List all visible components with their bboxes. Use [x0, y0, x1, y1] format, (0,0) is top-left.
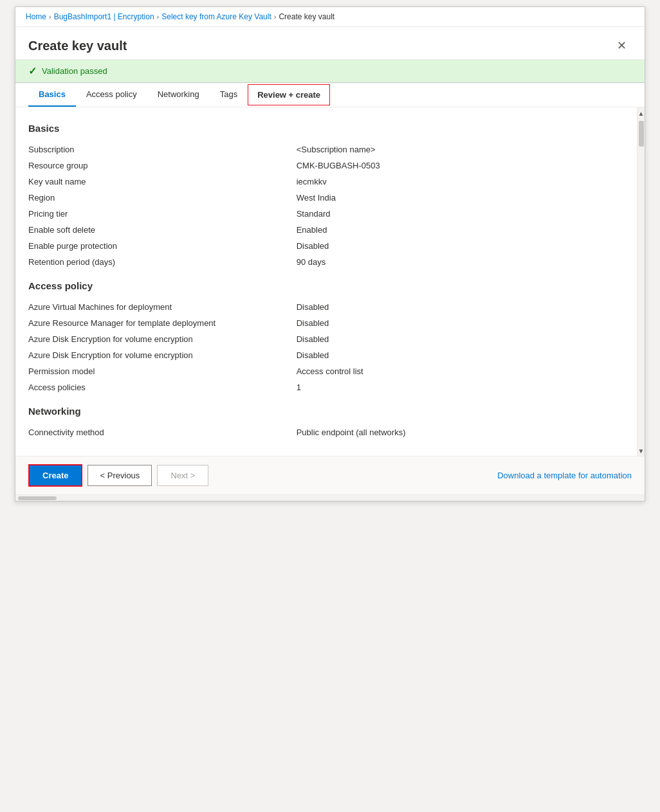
breadcrumb-sep-2: ›: [157, 13, 160, 21]
table-row: Azure Resource Manager for template depl…: [28, 315, 624, 331]
basics-table: Subscription <Subscription name> Resourc…: [28, 141, 624, 270]
dialog-title: Create key vault: [28, 39, 127, 53]
label-permission-model: Permission model: [28, 363, 297, 379]
tab-networking[interactable]: Networking: [147, 83, 210, 107]
validation-text: Validation passed: [42, 66, 107, 76]
tab-basics[interactable]: Basics: [28, 83, 76, 107]
label-vm-deployment: Azure Virtual Machines for deployment: [28, 299, 297, 315]
value-access-policies: 1: [297, 379, 624, 395]
label-key-vault-name: Key vault name: [28, 174, 297, 190]
label-retention-period: Retention period (days): [28, 254, 297, 270]
table-row: Azure Disk Encryption for volume encrypt…: [28, 347, 624, 363]
value-purge-protection: Disabled: [297, 238, 624, 254]
label-soft-delete: Enable soft delete: [28, 222, 297, 238]
label-access-policies: Access policies: [28, 379, 297, 395]
main-content: Basics Subscription <Subscription name> …: [15, 107, 637, 456]
table-row: Enable soft delete Enabled: [28, 222, 624, 238]
value-key-vault-name: iecmkkv: [297, 174, 624, 190]
section-networking-title: Networking: [28, 406, 624, 417]
label-connectivity: Connectivity method: [28, 424, 297, 440]
breadcrumb-home[interactable]: Home: [26, 12, 46, 21]
value-vm-deployment: Disabled: [297, 299, 624, 315]
tabs-container: Basics Access policy Networking Tags Rev…: [15, 83, 645, 107]
download-template-link[interactable]: Download a template for automation: [497, 471, 632, 480]
value-subscription: <Subscription name>: [297, 141, 624, 158]
value-disk-encryption-2: Disabled: [297, 347, 624, 363]
value-region: West India: [297, 190, 624, 206]
table-row: Retention period (days) 90 days: [28, 254, 624, 270]
validation-check-icon: ✓: [28, 65, 37, 77]
breadcrumb-sep-1: ›: [49, 13, 51, 21]
horizontal-scroll-thumb[interactable]: [18, 496, 57, 500]
next-button: Next >: [157, 465, 208, 486]
table-row: Azure Disk Encryption for volume encrypt…: [28, 331, 624, 347]
table-row: Azure Virtual Machines for deployment Di…: [28, 299, 624, 315]
scroll-thumb[interactable]: [639, 121, 644, 147]
table-row: Region West India: [28, 190, 624, 206]
horizontal-scrollbar[interactable]: [15, 494, 645, 501]
breadcrumb-encryption[interactable]: BugBashImport1 | Encryption: [54, 12, 154, 21]
section-access-policy-title: Access policy: [28, 280, 624, 291]
table-row: Connectivity method Public endpoint (all…: [28, 424, 624, 440]
breadcrumb: Home › BugBashImport1 | Encryption › Sel…: [15, 7, 645, 27]
previous-button[interactable]: < Previous: [87, 465, 152, 486]
breadcrumb-current: Create key vault: [279, 12, 335, 21]
label-arm-template: Azure Resource Manager for template depl…: [28, 315, 297, 331]
content-wrapper: Basics Subscription <Subscription name> …: [15, 107, 645, 456]
label-pricing-tier: Pricing tier: [28, 206, 297, 222]
access-policy-table: Azure Virtual Machines for deployment Di…: [28, 299, 624, 395]
label-resource-group: Resource group: [28, 158, 297, 174]
table-row: Enable purge protection Disabled: [28, 238, 624, 254]
dialog-header: Create key vault ✕: [15, 27, 645, 60]
label-purge-protection: Enable purge protection: [28, 238, 297, 254]
table-row: Permission model Access control list: [28, 363, 624, 379]
dialog: Home › BugBashImport1 | Encryption › Sel…: [15, 6, 645, 501]
value-arm-template: Disabled: [297, 315, 624, 331]
value-retention-period: 90 days: [297, 254, 624, 270]
value-disk-encryption-1: Disabled: [297, 331, 624, 347]
value-resource-group: CMK-BUGBASH-0503: [297, 158, 624, 174]
table-row: Key vault name iecmkkv: [28, 174, 624, 190]
table-row: Subscription <Subscription name>: [28, 141, 624, 158]
table-row: Resource group CMK-BUGBASH-0503: [28, 158, 624, 174]
create-button[interactable]: Create: [28, 464, 82, 487]
section-basics-title: Basics: [28, 123, 624, 134]
value-permission-model: Access control list: [297, 363, 624, 379]
scroll-arrow-down[interactable]: ▼: [637, 446, 646, 456]
label-subscription: Subscription: [28, 141, 297, 158]
tab-tags[interactable]: Tags: [210, 83, 248, 107]
scroll-arrow-up[interactable]: ▲: [637, 109, 646, 118]
breadcrumb-select-key[interactable]: Select key from Azure Key Vault: [161, 12, 271, 21]
close-button[interactable]: ✕: [612, 37, 632, 54]
label-disk-encryption-2: Azure Disk Encryption for volume encrypt…: [28, 347, 297, 363]
label-disk-encryption-1: Azure Disk Encryption for volume encrypt…: [28, 331, 297, 347]
footer: Create < Previous Next > Download a temp…: [15, 456, 645, 494]
vertical-scrollbar[interactable]: ▲ ▼: [637, 107, 645, 456]
breadcrumb-sep-3: ›: [274, 13, 277, 21]
tab-review-create[interactable]: Review + create: [248, 84, 330, 105]
table-row: Access policies 1: [28, 379, 624, 395]
value-pricing-tier: Standard: [297, 206, 624, 222]
value-soft-delete: Enabled: [297, 222, 624, 238]
label-region: Region: [28, 190, 297, 206]
networking-table: Connectivity method Public endpoint (all…: [28, 424, 624, 440]
validation-banner: ✓ Validation passed: [15, 60, 645, 83]
tab-access-policy[interactable]: Access policy: [76, 83, 147, 107]
value-connectivity: Public endpoint (all networks): [297, 424, 624, 440]
table-row: Pricing tier Standard: [28, 206, 624, 222]
